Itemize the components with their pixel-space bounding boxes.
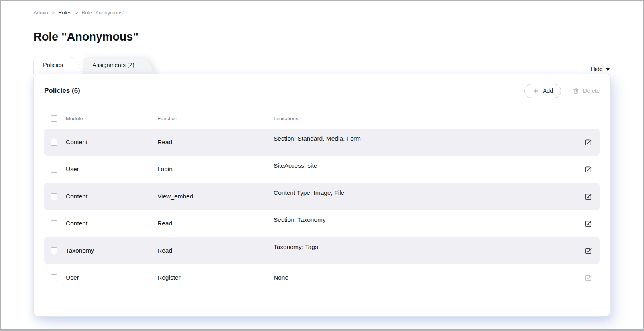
cell-function: View_embed — [158, 193, 274, 200]
edit-button-disabled — [581, 271, 595, 284]
cell-module: User — [66, 274, 158, 281]
cell-function: Read — [158, 139, 274, 146]
policies-panel: Policies (6) Add — [33, 74, 611, 317]
table-row: Taxonomy Read Taxonomy: Tags — [44, 237, 600, 264]
table-row: User Register None — [44, 264, 600, 291]
hide-toggle-label: Hide — [591, 66, 603, 72]
cell-function: Login — [158, 166, 274, 173]
table-row: Content Read Section: Taxonomy — [44, 210, 600, 237]
table-row: User Login SiteAccess: site — [44, 156, 600, 183]
cell-module: Taxonomy — [66, 247, 158, 254]
cell-function: Register — [158, 274, 274, 281]
cell-module: Content — [66, 193, 158, 200]
cell-module: Content — [66, 220, 158, 227]
row-checkbox[interactable] — [51, 166, 57, 173]
row-checkbox[interactable] — [51, 247, 57, 254]
tab-policies-label: Policies — [43, 62, 63, 68]
breadcrumb-item-admin: Admin — [33, 10, 48, 16]
panel-header: Policies (6) Add — [44, 74, 600, 108]
table-row: Content View_embed Content Type: Image, … — [44, 183, 600, 210]
cell-module: User — [66, 166, 158, 173]
column-function: Function — [158, 116, 274, 121]
plus-icon — [532, 88, 539, 94]
panel-title: Policies (6) — [44, 87, 80, 95]
table-row: Content Read Section: Standard, Media, F… — [44, 129, 600, 156]
row-checkbox[interactable] — [51, 274, 57, 281]
edit-button[interactable] — [581, 217, 595, 230]
edit-button[interactable] — [581, 135, 595, 149]
cell-limitations: SiteAccess: site — [274, 162, 576, 169]
tab-assignments-label: Assignments (2) — [93, 62, 134, 68]
edit-button[interactable] — [581, 190, 595, 203]
add-button[interactable]: Add — [524, 84, 561, 98]
breadcrumb: Admin > Roles > Role "Anonymous" — [33, 1, 611, 16]
edit-button[interactable] — [581, 244, 595, 257]
cell-function: Read — [158, 220, 274, 227]
caret-down-icon — [606, 68, 610, 71]
app-window: Admin > Roles > Role "Anonymous" Role "A… — [0, 0, 644, 331]
edit-button[interactable] — [581, 163, 595, 176]
breadcrumb-separator: > — [75, 10, 78, 16]
tab-bar: Policies Assignments (2) Hide — [33, 57, 611, 74]
hide-toggle[interactable]: Hide — [591, 66, 611, 72]
panel-actions: Add Delete — [524, 84, 600, 98]
tab-assignments[interactable]: Assignments (2) — [83, 57, 154, 74]
breadcrumb-item-current: Role "Anonymous" — [81, 10, 124, 16]
page-title: Role "Anonymous" — [33, 29, 611, 44]
row-checkbox[interactable] — [51, 193, 57, 200]
trash-icon — [572, 87, 579, 94]
column-limitations: Limitations — [274, 116, 576, 121]
cell-function: Read — [158, 247, 274, 254]
column-module: Module — [66, 116, 158, 121]
select-all-checkbox[interactable] — [51, 115, 57, 122]
delete-button-label: Delete — [583, 88, 600, 94]
add-button-label: Add — [543, 88, 553, 94]
table-header: Module Function Limitations — [44, 108, 600, 129]
cell-limitations: None — [274, 274, 576, 281]
cell-limitations: Section: Standard, Media, Form — [274, 135, 576, 142]
tab-policies[interactable]: Policies — [33, 57, 83, 74]
breadcrumb-link-roles[interactable]: Roles — [58, 10, 71, 16]
delete-button[interactable]: Delete — [572, 87, 600, 94]
row-checkbox[interactable] — [51, 139, 57, 146]
policies-table: Module Function Limitations Content Read… — [44, 108, 600, 291]
cell-limitations: Section: Taxonomy — [274, 216, 576, 223]
breadcrumb-separator: > — [52, 10, 55, 16]
cell-module: Content — [66, 139, 158, 146]
row-checkbox[interactable] — [51, 220, 57, 227]
cell-limitations: Content Type: Image, File — [274, 189, 576, 196]
cell-limitations: Taxonomy: Tags — [274, 243, 576, 251]
